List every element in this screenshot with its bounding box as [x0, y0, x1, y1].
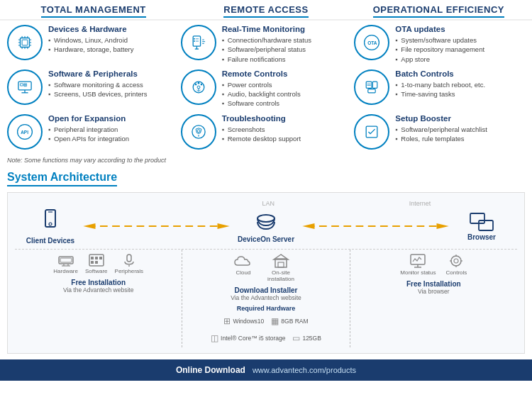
svg-rect-0 — [21, 38, 30, 48]
list-item: 1-to-many batch reboot, etc. — [395, 80, 485, 89]
list-item: Software/peripheral status — [222, 45, 311, 54]
header-col-1: Total Management — [7, 4, 179, 18]
batch-controls-title: Batch Controls — [395, 69, 485, 78]
controls-label: Controls — [446, 269, 467, 276]
svg-marker-58 — [302, 223, 314, 229]
arch-col-server: Cloud On-site installation — [182, 250, 350, 347]
ota-updates-text: OTA updates System/software updates File… — [395, 25, 484, 64]
arch-col-browser: Monitor status — [350, 250, 517, 347]
footer-label: Online Download — [176, 365, 245, 375]
list-item: Windows, Linux, Android — [48, 35, 133, 45]
svg-rect-29 — [24, 85, 27, 86]
footer-url: www.advantech.com/products — [253, 366, 356, 374]
features-section: Devices & Hardware Windows, Linux, Andro… — [0, 21, 532, 154]
client-install-sub: Via the Advantech website — [21, 286, 176, 294]
svg-rect-50 — [45, 210, 55, 227]
software-sub: Software — [85, 254, 108, 274]
open-expansion-title: Open for Expansion — [48, 114, 129, 123]
svg-rect-38 — [367, 82, 372, 88]
svg-point-20 — [194, 38, 195, 40]
remote-controls-list: Power controls Audio, backlight controls… — [222, 80, 301, 108]
browser-title: Browser — [453, 233, 510, 241]
svg-rect-70 — [99, 257, 102, 259]
svg-rect-72 — [95, 261, 98, 264]
svg-rect-27 — [21, 84, 23, 86]
features-grid: Devices & Hardware Windows, Linux, Andro… — [7, 25, 525, 150]
browser-install-label: Free Installation — [356, 280, 511, 288]
troubleshooting-text: Troubleshooting Screenshots Remote deskt… — [222, 114, 301, 144]
arrow-left — [79, 221, 234, 231]
onsite-sub: On-site installation — [263, 254, 299, 282]
svg-rect-1 — [22, 40, 28, 45]
svg-point-56 — [257, 215, 275, 222]
hw-storage: ▭ 125GB — [292, 333, 321, 343]
hw-cpu: ◫ Intel® Core™ i5 storage — [211, 333, 285, 343]
open-expansion-text: Open for Expansion Peripheral integratio… — [48, 114, 129, 144]
ota-updates-list: System/software updates File repository … — [395, 35, 484, 64]
arch-section: System Architecture LAN Internet — [0, 167, 532, 357]
client-devices-node: Client Devices — [22, 208, 79, 245]
list-item: Screens, USB devices, printers — [48, 89, 147, 99]
ota-icon: OTA — [354, 25, 389, 60]
devices-hardware-title: Devices & Hardware — [48, 25, 133, 33]
monitor-status-icon — [400, 254, 436, 269]
real-time-monitoring-list: Connection/hardware status Software/peri… — [222, 35, 311, 64]
browser-icon — [453, 212, 510, 233]
software-peripherals-text: Software & Peripherals Software monitori… — [48, 69, 147, 99]
svg-marker-55 — [218, 223, 230, 229]
client-install-label: Free Installation — [21, 279, 176, 286]
list-item: Power controls — [222, 80, 301, 89]
software-label: Software — [85, 268, 108, 274]
chip-icon — [7, 25, 43, 60]
svg-rect-61 — [479, 220, 493, 230]
feature-remote-controls: Remote Controls Power controls Audio, ba… — [181, 69, 352, 108]
svg-rect-39 — [373, 82, 378, 88]
svg-rect-69 — [95, 257, 98, 259]
deviceon-server-node: DeviceOn Server — [234, 210, 298, 243]
hardware-sub: Hardware — [53, 254, 78, 274]
svg-marker-54 — [83, 223, 95, 229]
header-col-2: Remote Access — [179, 4, 352, 18]
list-item: Open APIs for integration — [48, 134, 129, 143]
software-sub-icon — [85, 254, 108, 268]
feature-real-time-monitoring: Real-Time Monitoring Connection/hardware… — [181, 25, 352, 64]
feature-devices-hardware: Devices & Hardware Windows, Linux, Andro… — [7, 25, 178, 64]
real-time-monitoring-text: Real-Time Monitoring Connection/hardware… — [222, 25, 311, 64]
svg-point-82 — [454, 259, 458, 263]
open-expansion-list: Peripheral integration Open APIs for int… — [48, 125, 129, 144]
svg-point-81 — [451, 256, 461, 266]
svg-rect-60 — [470, 213, 484, 223]
svg-text:OTA: OTA — [367, 40, 377, 45]
setup-booster-title: Setup Booster — [395, 114, 487, 123]
list-item: Screenshots — [222, 125, 301, 134]
controls-icon — [446, 254, 467, 269]
peripherals-label: Peripherals — [115, 268, 143, 274]
lan-label-spacer — [36, 199, 192, 207]
svg-rect-68 — [91, 257, 94, 259]
feature-ota-updates: OTA OTA updates System/software updates … — [354, 25, 525, 64]
hardware-label: Hardware — [53, 268, 78, 274]
header-col-3: Operational Efficiency — [353, 4, 525, 18]
client-sub-icons: Hardware — [21, 254, 176, 274]
svg-rect-71 — [91, 261, 94, 264]
batch-controls-text: Batch Controls 1-to-many batch reboot, e… — [395, 69, 485, 99]
arch-columns: Hardware — [15, 249, 517, 347]
troubleshooting-list: Screenshots Remote desktop support — [222, 125, 301, 144]
api-icon: API — [7, 114, 43, 150]
ram-label: 8GB RAM — [281, 318, 308, 325]
batch-controls-list: 1-to-many batch reboot, etc. Time-saving… — [395, 80, 485, 99]
list-item: Hardware, storage, battery — [48, 45, 133, 54]
svg-rect-75 — [275, 259, 287, 267]
svg-point-21 — [194, 40, 195, 42]
cloud-label: Cloud — [233, 269, 253, 276]
monitor-status-sub: Monitor status — [400, 254, 436, 276]
download-installer-sub: Via the Advantech website — [188, 294, 343, 301]
ota-updates-title: OTA updates — [395, 25, 484, 33]
header-title-2: Remote Access — [223, 4, 308, 18]
client-devices-title: Client Devices — [22, 237, 79, 245]
list-item: App store — [395, 55, 484, 64]
tools-icon — [181, 114, 216, 150]
browser-install-sub: Via browser — [356, 288, 511, 295]
arch-col-client: Hardware — [15, 250, 182, 347]
svg-point-33 — [194, 84, 196, 86]
